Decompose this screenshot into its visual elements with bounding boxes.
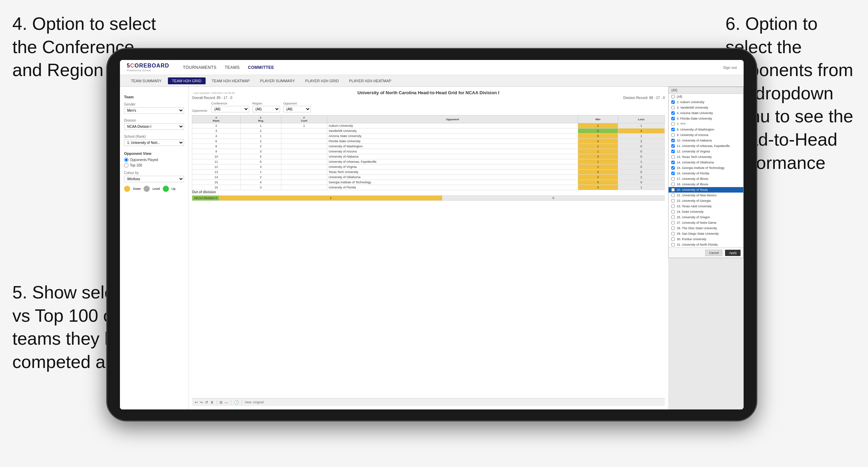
overall-record: Overall Record: 89 - 17 - 0 — [192, 96, 232, 100]
toolbar-refresh-icon[interactable]: ↺ — [205, 400, 208, 405]
toolbar-redo-icon[interactable]: ↪ — [200, 400, 203, 405]
dropdown-item[interactable]: 4. Arizona State University — [669, 110, 743, 116]
table-row: 32Vanderbilt University04 — [192, 128, 665, 134]
dropdown-item[interactable]: 25. University of Oregon — [669, 214, 743, 220]
region-filter-group: Region (All) — [253, 102, 280, 112]
apply-button[interactable]: Apply — [725, 250, 741, 256]
logo-sub: Powered by Gcloud — [127, 69, 169, 72]
report-record: Overall Record: 89 - 17 - 0 Division Rec… — [192, 96, 665, 100]
conference-filter-group: Conference (All) — [211, 102, 249, 112]
col-reg: #Reg — [240, 115, 281, 123]
table-row: 105University of Alabama30 — [192, 154, 665, 159]
dropdown-item[interactable]: 21. University of New Mexico — [669, 193, 743, 198]
dropdown-item-all[interactable]: (All) — [669, 94, 743, 99]
opponents-filter-label: Opponents: — [192, 109, 208, 112]
toolbar-divider3 — [242, 400, 242, 405]
sub-nav-team-summary[interactable]: TEAM SUMMARY — [127, 77, 166, 84]
dropdown-item[interactable]: 2. Auburn University — [669, 99, 743, 105]
col-loss: Loss — [618, 115, 664, 123]
sub-nav: TEAM SUMMARY TEAM H2H GRID TEAM H2H HEAT… — [120, 75, 744, 87]
region-select[interactable]: (All) — [253, 106, 280, 112]
dropdown-item-selected[interactable]: 20. University of Texas — [669, 187, 743, 193]
dropdown-item[interactable]: 27. University of Notre Dame — [669, 220, 743, 225]
col-rank: #Rank — [192, 115, 241, 123]
report-header-container: Last Updated: 4/06/2024 16:55:38 Univers… — [192, 90, 665, 102]
dropdown-item[interactable]: 30. Purdue University — [669, 236, 743, 242]
colour-by-select[interactable]: Win/loss — [124, 176, 184, 182]
table-row: 131Texas Tech University30 — [192, 170, 665, 175]
out-div-win: 1 — [220, 196, 442, 201]
dot-level-label: Level — [152, 187, 160, 191]
logo: 5COREBOARD Powered by Gcloud — [127, 63, 169, 72]
dropdown-item[interactable]: 7. ??? — [669, 121, 743, 127]
radio-top100[interactable]: Top 100 — [124, 163, 184, 168]
dot-up — [163, 186, 169, 192]
dropdown-item[interactable]: 24. Duke University — [669, 209, 743, 214]
toolbar-divider — [217, 400, 217, 405]
toolbar-view-label: View: Original — [245, 401, 264, 404]
col-opponent: Opponent — [327, 115, 578, 123]
nav-teams[interactable]: TEAMS — [225, 65, 240, 70]
division-label: Division — [124, 119, 184, 122]
toolbar-pause-icon[interactable]: ⏸ — [210, 400, 214, 404]
dropdown-item[interactable]: 6. Florida State University — [669, 116, 743, 121]
report-updated: Last Updated: 4/06/2024 16:55:38 — [193, 91, 235, 95]
dropdown-item[interactable]: 17. University of Illinois — [669, 176, 743, 182]
sidebar-team-label: Team — [124, 95, 184, 99]
dropdown-item[interactable]: 10. University of Alabama — [669, 138, 743, 143]
sub-nav-player-h2h-grid[interactable]: PLAYER H2H GRID — [301, 77, 343, 84]
toolbar-copy-icon[interactable]: ⧉ — [220, 400, 222, 405]
school-select[interactable]: 1. University of Nort... — [124, 139, 184, 146]
toolbar-clock-icon[interactable]: 🕐 — [234, 400, 239, 405]
toolbar: ↩ ↪ ↺ ⏸ ⧉ — 🕐 View: Original — [192, 398, 665, 406]
dropdown-item[interactable]: 18. University of Illinois — [669, 182, 743, 187]
dropdown-footer: Cancel Apply — [669, 247, 743, 258]
sub-nav-player-summary[interactable]: PLAYER SUMMARY — [256, 77, 299, 84]
table-row: 116University of Arkansas, Fayetteville1… — [192, 159, 665, 164]
colour-by-label: Colour by — [124, 171, 184, 175]
sidebar: Team Gender Men's Division NCAA Division… — [120, 87, 188, 409]
dropdown-item[interactable]: 14. University of Oklahoma — [669, 160, 743, 165]
dropdown-item[interactable]: 3. Vanderbilt University — [669, 105, 743, 110]
gender-label: Gender — [124, 102, 184, 106]
dropdown-item[interactable]: 31. University of North Florida — [669, 242, 743, 247]
division-record: Division Record: 88 - 17 - 0 — [623, 96, 665, 100]
dropdown-item[interactable]: 28. The Ohio State University — [669, 225, 743, 231]
gender-select[interactable]: Men's — [124, 107, 184, 114]
division-select[interactable]: NCAA Division I — [124, 123, 184, 130]
radio-opponents-played[interactable]: Opponents Played — [124, 158, 184, 162]
dropdown-item[interactable]: 16. University of Florida — [669, 171, 743, 176]
dropdown-item[interactable]: 15. Georgia Institute of Technology — [669, 165, 743, 171]
sub-nav-team-h2h-grid[interactable]: TEAM H2H GRID — [168, 77, 206, 84]
nav-committee[interactable]: COMMITTEE — [248, 65, 274, 70]
dropdown-item[interactable]: 23. Texas A&M University — [669, 204, 743, 209]
table-row: 41Arizona State University51 — [192, 134, 665, 139]
dropdown-item[interactable]: 8. University of Washington — [669, 127, 743, 132]
h2h-table: #Rank #Reg #Conf Opponent Win Loss 211Au… — [192, 115, 665, 190]
nav-sign-out[interactable]: Sign out — [723, 65, 737, 70]
filters-row: Opponents: Conference (All) Region (All) — [192, 102, 665, 112]
sub-nav-team-h2h-heatmap[interactable]: TEAM H2H HEATMAP — [208, 77, 254, 84]
dropdown-item[interactable]: 9. University of Arizona — [669, 132, 743, 138]
toolbar-undo-icon[interactable]: ↩ — [195, 400, 198, 405]
center-panel: Last Updated: 4/06/2024 16:55:38 Univers… — [188, 87, 668, 409]
cancel-button[interactable]: Cancel — [705, 250, 722, 256]
out-div-division: NCAA Division II — [192, 196, 220, 201]
tablet-screen: 5COREBOARD Powered by Gcloud TOURNAMENTS… — [120, 60, 744, 409]
opponents-filter-group: Opponents: — [192, 109, 208, 112]
opponent-select[interactable]: (All) — [283, 106, 311, 112]
conference-select[interactable]: (All) — [211, 106, 249, 112]
dropdown-item[interactable]: 11. University of Arkansas, Fayetteville — [669, 143, 743, 149]
dropdown-item[interactable]: 12. University of Virginia — [669, 149, 743, 154]
opponent-filter-label: Opponent — [283, 102, 311, 105]
colour-section: Colour by Win/loss Down Level Up — [124, 171, 184, 192]
sub-nav-player-h2h-heatmap[interactable]: PLAYER H2H HEATMAP — [345, 77, 395, 84]
dropdown-item[interactable]: 29. San Diego State University — [669, 231, 743, 236]
dropdown-panel: (All) (All) 2. Auburn University 3. Vand… — [668, 87, 744, 258]
dropdown-item[interactable]: 22. University of Georgia — [669, 198, 743, 204]
toolbar-dash-icon[interactable]: — — [224, 400, 228, 404]
dropdown-item[interactable]: 13. Texas Tech University — [669, 154, 743, 160]
nav-tournaments[interactable]: TOURNAMENTS — [183, 65, 217, 70]
dot-level — [144, 186, 150, 192]
out-div-loss: 0 — [442, 196, 665, 201]
